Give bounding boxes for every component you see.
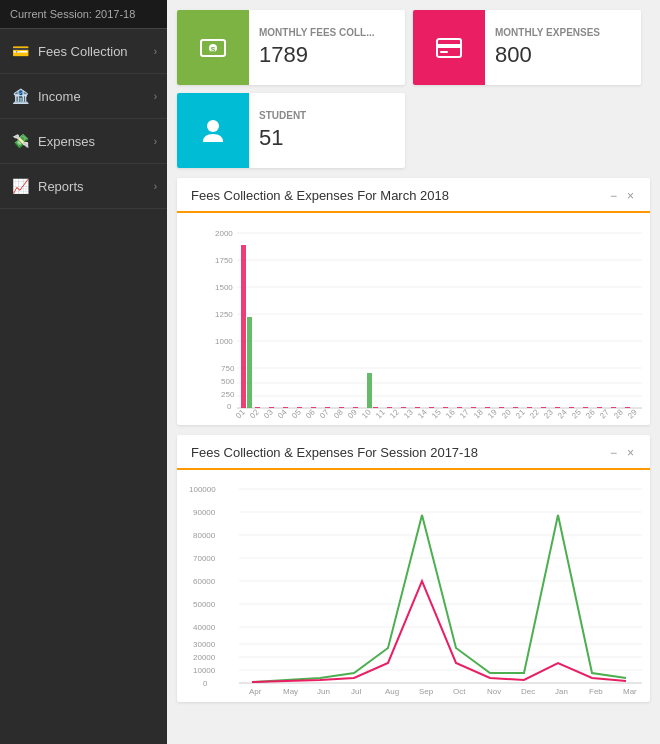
svg-text:20000: 20000 [193,653,216,662]
chart-body-session: 100000 90000 80000 70000 60000 50000 400… [177,470,650,702]
svg-text:10: 10 [360,407,373,420]
svg-text:05: 05 [290,407,303,420]
svg-rect-34 [353,407,358,408]
fees-card-label: MONTHLY FEES COLL... [259,27,375,38]
chart-actions-session: − × [608,446,636,460]
chevron-right-icon: › [154,46,157,57]
student-card-value: 51 [259,125,306,151]
svg-text:29: 29 [626,407,639,420]
sidebar-item-fees-collection[interactable]: 💳 Fees Collection › [0,29,167,74]
svg-text:Jan: Jan [555,687,568,696]
student-card-label: STUDENT [259,110,306,121]
svg-text:04: 04 [276,407,289,420]
svg-text:16: 16 [444,407,457,420]
stat-cards: $ MONTHLY FEES COLL... 1789 MONTHLY EXPE… [177,10,650,168]
chevron-right-icon: › [154,181,157,192]
svg-text:28: 28 [612,407,625,420]
svg-rect-35 [367,373,372,408]
svg-text:$: $ [211,45,216,54]
svg-text:20: 20 [500,407,513,420]
svg-rect-28 [269,407,274,408]
sidebar-item-label: Expenses [38,134,95,149]
svg-rect-51 [583,407,588,408]
chart-header-session: Fees Collection & Expenses For Session 2… [177,435,650,470]
svg-rect-42 [457,407,462,408]
svg-text:07: 07 [318,407,331,420]
chart-close-button[interactable]: × [625,189,636,203]
svg-text:19: 19 [486,407,499,420]
svg-text:13: 13 [402,407,415,420]
svg-text:26: 26 [584,407,597,420]
svg-text:60000: 60000 [193,577,216,586]
chart-panel-march: Fees Collection & Expenses For March 201… [177,178,650,425]
chart-title-session: Fees Collection & Expenses For Session 2… [191,445,608,460]
svg-text:0: 0 [203,679,208,688]
svg-rect-40 [429,407,434,408]
svg-text:750: 750 [221,364,235,373]
bar-chart-march: 2000 1750 1500 1250 1000 750 500 250 0 [187,221,647,421]
sidebar-item-reports[interactable]: 📈 Reports › [0,164,167,209]
svg-rect-44 [485,407,490,408]
svg-text:25: 25 [570,407,583,420]
svg-text:18: 18 [472,407,485,420]
svg-rect-27 [255,407,260,408]
svg-text:Nov: Nov [487,687,501,696]
chart-minimize-button[interactable]: − [608,189,619,203]
sidebar-item-label: Income [38,89,81,104]
svg-text:01: 01 [234,407,247,420]
svg-rect-49 [555,407,560,408]
chevron-right-icon: › [154,136,157,147]
chevron-right-icon: › [154,91,157,102]
svg-text:08: 08 [332,407,345,420]
svg-text:27: 27 [598,407,611,420]
svg-text:1000: 1000 [215,337,233,346]
svg-text:17: 17 [458,407,471,420]
svg-rect-5 [440,51,448,53]
expenses-icon: 💸 [10,131,30,151]
line-chart-session: 100000 90000 80000 70000 60000 50000 400… [187,478,647,698]
sidebar: Current Session: 2017-18 💳 Fees Collecti… [0,0,167,744]
svg-point-6 [207,120,219,132]
svg-rect-54 [625,407,630,408]
fees-card-value: 1789 [259,42,375,68]
sidebar-item-label: Reports [38,179,84,194]
svg-text:21: 21 [514,407,527,420]
svg-text:Oct: Oct [453,687,466,696]
income-icon: 🏦 [10,86,30,106]
svg-text:11: 11 [374,407,387,420]
student-card-info: STUDENT 51 [249,102,316,159]
svg-text:80000: 80000 [193,531,216,540]
stat-card-fees: $ MONTHLY FEES COLL... 1789 [177,10,405,85]
sidebar-item-expenses[interactable]: 💸 Expenses › [0,119,167,164]
svg-text:Apr: Apr [249,687,262,696]
fees-card-icon: $ [177,10,249,85]
svg-text:22: 22 [528,407,541,420]
svg-rect-26 [247,317,252,408]
sidebar-item-label: Fees Collection [38,44,128,59]
chart2-minimize-button[interactable]: − [608,446,619,460]
svg-text:100000: 100000 [189,485,216,494]
fees-card-info: MONTHLY FEES COLL... 1789 [249,19,385,76]
svg-rect-32 [325,407,330,408]
svg-rect-41 [443,407,448,408]
svg-rect-38 [401,407,406,408]
chart2-close-button[interactable]: × [625,446,636,460]
svg-text:Dec: Dec [521,687,535,696]
svg-text:2000: 2000 [215,229,233,238]
svg-rect-47 [527,407,532,408]
svg-text:Feb: Feb [589,687,603,696]
svg-text:500: 500 [221,377,235,386]
svg-text:09: 09 [346,407,359,420]
session-header: Current Session: 2017-18 [0,0,167,29]
svg-text:70000: 70000 [193,554,216,563]
svg-text:15: 15 [430,407,443,420]
svg-rect-37 [387,407,392,408]
svg-text:1250: 1250 [215,310,233,319]
svg-rect-53 [611,407,616,408]
svg-rect-46 [513,407,518,408]
svg-text:Mar: Mar [623,687,637,696]
svg-rect-4 [437,44,461,48]
sidebar-item-income[interactable]: 🏦 Income › [0,74,167,119]
chart-panel-session: Fees Collection & Expenses For Session 2… [177,435,650,702]
svg-text:0: 0 [227,402,232,411]
